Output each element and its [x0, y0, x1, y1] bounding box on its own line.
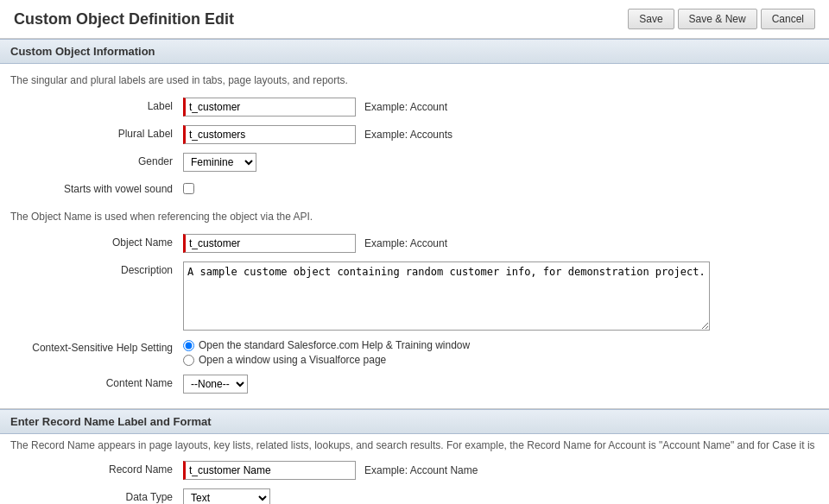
content-name-row: Content Name --None-- [0, 370, 829, 398]
help-setting-label: Context-Sensitive Help Setting [10, 339, 183, 354]
object-name-field-wrap: Example: Account [183, 234, 819, 253]
custom-object-desc: The singular and plural labels are used … [0, 67, 829, 93]
plural-label-field-label: Plural Label [10, 125, 183, 140]
data-type-select[interactable]: Text Auto Number [183, 488, 270, 504]
plural-label-example: Example: Accounts [364, 129, 452, 141]
label-row: Label Example: Account [0, 93, 829, 121]
help-setting-row: Context-Sensitive Help Setting Open the … [0, 335, 829, 370]
gender-row: Gender Feminine Masculine Neuter [0, 148, 829, 176]
help-radio-2[interactable] [183, 355, 194, 366]
description-field-label: Description [10, 261, 183, 276]
record-name-field-wrap: Example: Account Name [183, 461, 819, 480]
label-field-label: Label [10, 98, 183, 112]
help-option2-label: Open a window using a Visualforce page [199, 354, 386, 366]
vowel-checkbox[interactable] [183, 183, 194, 194]
vowel-field-label: Starts with vowel sound [10, 180, 183, 195]
content-name-select[interactable]: --None-- [183, 375, 248, 394]
help-radio-1[interactable] [183, 340, 194, 351]
help-setting-wrap: Open the standard Salesforce.com Help & … [183, 339, 819, 366]
record-name-section-header: Enter Record Name Label and Format [0, 409, 829, 434]
description-field-wrap: A sample <span class="underlined">custom… [183, 261, 819, 331]
api-desc: The Object Name is used when referencing… [0, 200, 829, 230]
cancel-button[interactable]: Cancel [761, 9, 815, 29]
plural-label-input[interactable] [183, 125, 356, 144]
object-name-example: Example: Account [364, 237, 447, 249]
label-field-wrap: Example: Account [183, 98, 819, 117]
help-option1-label: Open the standard Salesforce.com Help & … [199, 339, 470, 351]
vowel-field-wrap [183, 180, 819, 194]
label-input[interactable] [183, 98, 356, 117]
gender-select[interactable]: Feminine Masculine Neuter [183, 153, 256, 172]
description-row: Description A sample <span class="underl… [0, 257, 829, 335]
description-textarea[interactable]: A sample <span class="underlined">custom… [183, 261, 710, 331]
plural-label-row: Plural Label Example: Accounts [0, 121, 829, 148]
object-name-input[interactable] [183, 234, 356, 253]
data-type-row: Data Type Text Auto Number [0, 484, 829, 504]
object-name-field-label: Object Name [10, 234, 183, 249]
save-button[interactable]: Save [628, 9, 674, 29]
custom-object-section-header: Custom Object Information [0, 39, 829, 64]
content-name-label: Content Name [10, 375, 183, 389]
save-new-button[interactable]: Save & New [678, 9, 757, 29]
plural-label-field-wrap: Example: Accounts [183, 125, 819, 144]
custom-object-form: The singular and plural labels are used … [0, 64, 829, 401]
gender-field-wrap: Feminine Masculine Neuter [183, 153, 819, 172]
page-title: Custom Object Definition Edit [14, 10, 234, 28]
record-name-input[interactable] [183, 461, 356, 480]
record-name-example: Example: Account Name [364, 464, 478, 476]
record-name-section: Enter Record Name Label and Format The R… [0, 408, 829, 504]
vowel-row: Starts with vowel sound [0, 176, 829, 200]
object-name-row: Object Name Example: Account [0, 230, 829, 257]
record-name-row: Record Name Example: Account Name [0, 457, 829, 484]
header-buttons: Save Save & New Cancel [628, 9, 815, 29]
data-type-label: Data Type [10, 488, 183, 503]
label-example: Example: Account [364, 101, 447, 113]
page-header: Custom Object Definition Edit Save Save … [0, 0, 829, 39]
data-type-wrap: Text Auto Number [183, 488, 819, 504]
record-name-field-label: Record Name [10, 461, 183, 476]
content-name-wrap: --None-- [183, 375, 819, 394]
help-option2[interactable]: Open a window using a Visualforce page [183, 354, 470, 366]
help-setting-radio-group: Open the standard Salesforce.com Help & … [183, 339, 470, 366]
gender-field-label: Gender [10, 153, 183, 167]
record-name-desc: The Record Name appears in page layouts,… [0, 434, 829, 457]
help-option1[interactable]: Open the standard Salesforce.com Help & … [183, 339, 470, 351]
